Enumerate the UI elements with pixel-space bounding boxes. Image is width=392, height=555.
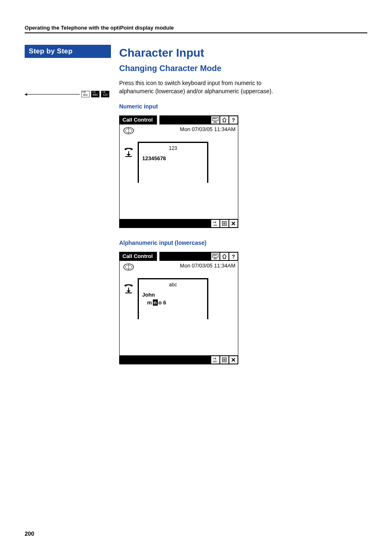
mode-abc-upper-icon: ABC [91, 91, 99, 97]
svg-text:ABC: ABC [92, 93, 98, 96]
main-content: Character Input Changing Character Mode … [119, 45, 284, 376]
mode-123-icon: 123 [101, 91, 109, 97]
mode-switch-icons-row: abc ABC 123 [25, 91, 111, 97]
input-frame: 123 12345678 [138, 142, 208, 183]
help-icon[interactable]: ? [229, 116, 238, 124]
mode-label: 123 [142, 145, 204, 151]
bottom-bar: ABC [119, 355, 238, 364]
handset-down-icon [123, 283, 134, 294]
handset-down-icon [123, 147, 134, 157]
svg-text:abc: abc [214, 257, 217, 259]
svg-rect-7 [213, 118, 214, 119]
svg-rect-26 [216, 255, 217, 256]
close-icon[interactable] [229, 220, 238, 227]
bottom-bar: abc [119, 219, 238, 228]
alpha-input-caption: Alphanumeric input (lowercase) [119, 240, 284, 246]
phone-screen-alpha: Call Control abc ? [119, 252, 238, 364]
side-icons [121, 263, 136, 294]
pointer-line [25, 94, 80, 94]
left-column: Step by Step abc ABC 123 [25, 45, 111, 376]
svg-text:ABC: ABC [213, 360, 218, 363]
input-value: 12345678 [142, 155, 204, 161]
title-bar: Call Control abc ? [119, 115, 238, 124]
mode-abc-lower-icon: abc [81, 91, 90, 97]
mode-label: abc [142, 282, 204, 288]
input-name: John [142, 292, 204, 298]
screen-body: Mon 07/03/05 11:34AM 123 12345678 [119, 124, 238, 219]
datetime: Mon 07/03/05 11:34AM [120, 124, 238, 135]
switch-to-abc-icon[interactable]: abc [211, 220, 219, 227]
svg-text:123: 123 [103, 93, 108, 96]
svg-rect-24 [213, 255, 214, 256]
svg-rect-8 [214, 118, 215, 119]
side-icons [121, 126, 136, 157]
menu-icon[interactable] [220, 220, 228, 227]
numeric-input-caption: Numeric input [119, 103, 284, 110]
subsection-title: Changing Character Mode [119, 64, 284, 73]
char-picker: mno 6 [142, 299, 204, 306]
svg-text:abc: abc [214, 120, 217, 123]
screen-title-text: Call Control [119, 252, 156, 261]
switch-to-abc-upper-icon[interactable]: ABC [211, 356, 219, 364]
picker-selected: n [153, 299, 158, 306]
screen-title-text: Call Control [119, 115, 156, 124]
titlebar-icons: abc ? [211, 115, 238, 124]
menu-icon[interactable] [220, 356, 228, 364]
datetime: Mon 07/03/05 11:34AM [120, 261, 238, 271]
picker-before: m [147, 299, 152, 306]
picker-after: o 6 [159, 299, 166, 306]
input-frame: abc John mno 6 [138, 278, 208, 319]
help-icon[interactable]: ? [229, 253, 238, 260]
svg-rect-25 [214, 255, 215, 256]
home-icon[interactable] [220, 253, 228, 260]
speaker-icon [123, 263, 134, 272]
svg-text:abc: abc [83, 93, 88, 96]
title-bar: Call Control abc ? [119, 252, 238, 261]
step-by-step-label: Step by Step [25, 45, 111, 58]
close-icon[interactable] [229, 356, 238, 364]
svg-rect-9 [216, 118, 217, 119]
screen-body: Mon 07/03/05 11:34AM abc John mno 6 [119, 261, 238, 355]
svg-text:abc: abc [213, 224, 217, 226]
speaker-icon [123, 126, 134, 135]
home-icon[interactable] [220, 116, 228, 124]
phone-screen-numeric: Call Control abc ? [119, 115, 238, 228]
keyboard-mode-icon[interactable]: abc [211, 116, 219, 124]
intro-paragraph: Press this icon to switch keyboard input… [119, 79, 284, 96]
svg-text:?: ? [232, 253, 235, 259]
page-number: 200 [25, 530, 34, 537]
svg-text:?: ? [232, 117, 235, 123]
titlebar-icons: abc ? [211, 252, 238, 261]
section-title: Character Input [119, 46, 284, 60]
keyboard-mode-icon[interactable]: abc [211, 253, 219, 260]
running-header: Operating the Telephone with the optiPoi… [25, 25, 367, 33]
